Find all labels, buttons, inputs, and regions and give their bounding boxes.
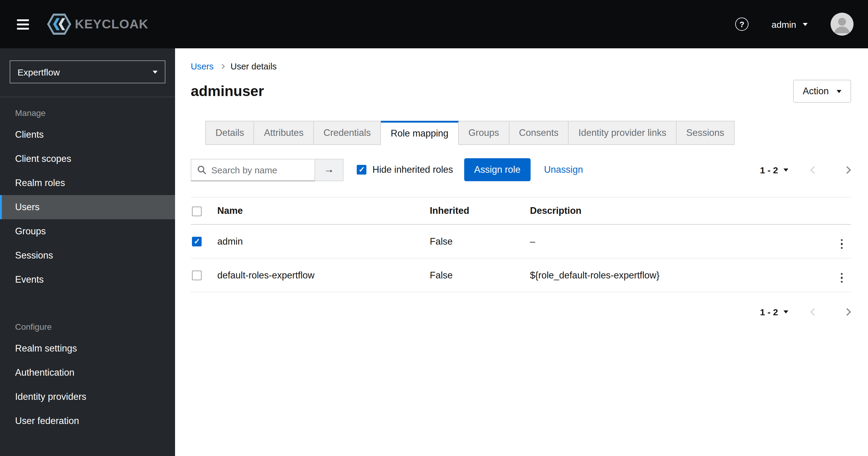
caret-down-icon (783, 310, 788, 313)
search-submit-button[interactable]: → (315, 159, 343, 181)
hide-inherited-label[interactable]: Hide inherited roles (372, 164, 453, 175)
breadcrumb-users-link[interactable]: Users (191, 62, 214, 71)
sidebar-item-realm-roles[interactable]: Realm roles (0, 171, 175, 195)
page-title: adminuser (191, 82, 264, 100)
main-content: Users User details adminuser Action Deta… (175, 48, 868, 456)
caret-down-icon (783, 168, 788, 171)
action-button[interactable]: Action (793, 80, 851, 103)
hide-inherited-checkbox[interactable] (357, 165, 366, 175)
chevron-left-icon (810, 166, 817, 173)
tab-attributes[interactable]: Attributes (254, 121, 314, 145)
search: → (191, 159, 343, 181)
brand-text: KEYCLOAK (75, 17, 149, 31)
caret-down-icon (837, 90, 841, 93)
pagination-top: 1 - 2 (760, 165, 851, 175)
toolbar: → Hide inherited roles Assign role Unass… (191, 158, 851, 181)
sidebar-item-user-federation[interactable]: User federation (0, 409, 175, 433)
table-row: admin False – (191, 224, 851, 258)
breadcrumb: Users User details (191, 62, 851, 71)
search-icon (197, 165, 207, 174)
sidebar-item-client-scopes[interactable]: Client scopes (0, 147, 175, 171)
user-menu[interactable]: admin (771, 19, 808, 29)
realm-selector-block: Expertflow (0, 48, 175, 97)
role-name: admin (213, 224, 425, 258)
col-header-description: Description (525, 197, 822, 224)
title-row: adminuser Action (191, 80, 851, 103)
role-inherited: False (425, 258, 525, 292)
tab-consents[interactable]: Consents (509, 121, 569, 145)
select-all-checkbox[interactable] (192, 206, 202, 216)
kebab-icon (837, 272, 846, 284)
masthead: KEYCLOAK ? admin (0, 0, 868, 48)
chevron-left-icon (810, 308, 817, 316)
pagination-toggle[interactable]: 1 - 2 (760, 165, 788, 175)
keycloak-admin-console: KEYCLOAK ? admin Expertflow (0, 0, 868, 456)
kebab-icon (837, 238, 846, 250)
pagination-prev-button[interactable] (810, 308, 818, 316)
nav-section-manage: Manage Clients Client scopes Realm roles… (0, 97, 175, 292)
hide-inherited-group: Hide inherited roles (357, 164, 453, 175)
sidebar-item-realm-settings[interactable]: Realm settings (0, 336, 175, 361)
pagination-prev-button[interactable] (810, 166, 818, 174)
arrow-right-icon: → (324, 164, 334, 176)
tab-bar: Details Attributes Credentials Role mapp… (205, 121, 851, 145)
unassign-link[interactable]: Unassign (544, 164, 583, 175)
bottom-bar: 1 - 2 (191, 307, 851, 317)
caret-down-icon (153, 70, 158, 74)
col-header-name: Name (213, 197, 425, 224)
sidebar-item-authentication[interactable]: Authentication (0, 361, 175, 385)
row-kebab-button[interactable] (837, 234, 846, 250)
avatar[interactable] (831, 13, 854, 36)
nav-section-configure-label: Configure (0, 311, 175, 336)
role-inherited: False (425, 224, 525, 258)
nav-section-configure: Configure Realm settings Authentication … (0, 311, 175, 433)
keycloak-logo: KEYCLOAK (47, 11, 149, 37)
row-checkbox[interactable] (192, 237, 202, 247)
breadcrumb-current: User details (230, 62, 277, 71)
sidebar-item-sessions[interactable]: Sessions (0, 244, 175, 267)
col-header-inherited: Inherited (425, 197, 525, 224)
search-input[interactable] (191, 159, 315, 181)
sidebar-item-users[interactable]: Users (0, 195, 175, 219)
tab-role-mapping[interactable]: Role mapping (381, 121, 459, 145)
pagination-nav (810, 166, 851, 174)
tab-identity-provider-links[interactable]: Identity provider links (569, 121, 677, 145)
avatar-icon (831, 13, 854, 36)
sidebar-item-events[interactable]: Events (0, 267, 175, 292)
keycloak-logo-icon (47, 11, 71, 37)
help-button[interactable]: ? (735, 18, 748, 31)
pagination-nav (810, 308, 851, 316)
sidebar-item-identity-providers[interactable]: Identity providers (0, 385, 175, 409)
chevron-right-icon (843, 308, 851, 316)
pagination-next-button[interactable] (843, 166, 851, 174)
nav-toggle-button[interactable] (8, 10, 37, 39)
roles-table: Name Inherited Description admin False – (191, 197, 851, 292)
pagination-range: 1 - 2 (760, 165, 778, 175)
tab-credentials[interactable]: Credentials (314, 121, 381, 145)
tab-sessions[interactable]: Sessions (677, 121, 735, 145)
hamburger-icon (17, 19, 29, 29)
assign-role-button[interactable]: Assign role (464, 158, 531, 181)
row-kebab-button[interactable] (837, 267, 846, 284)
tab-details[interactable]: Details (205, 121, 254, 145)
realm-name: Expertflow (18, 67, 60, 77)
table-row: default-roles-expertflow False ${role_de… (191, 258, 851, 292)
pagination-toggle[interactable]: 1 - 2 (760, 307, 788, 317)
caret-down-icon (803, 23, 808, 26)
realm-selector[interactable]: Expertflow (10, 60, 165, 83)
nav-section-manage-label: Manage (0, 97, 175, 123)
masthead-right: ? admin (735, 13, 854, 36)
sidebar-item-clients[interactable]: Clients (0, 123, 175, 147)
role-name: default-roles-expertflow (213, 258, 425, 292)
sidebar-item-groups[interactable]: Groups (0, 219, 175, 244)
username: admin (771, 19, 796, 29)
row-checkbox[interactable] (192, 271, 202, 281)
pagination-next-button[interactable] (843, 308, 851, 316)
chevron-right-icon (219, 64, 224, 69)
sidebar: Expertflow Manage Clients Client scopes … (0, 48, 175, 456)
pagination-bottom: 1 - 2 (760, 307, 851, 317)
action-button-label: Action (803, 86, 829, 97)
chevron-right-icon (843, 166, 851, 173)
tab-groups[interactable]: Groups (459, 121, 509, 145)
help-icon: ? (735, 18, 748, 31)
